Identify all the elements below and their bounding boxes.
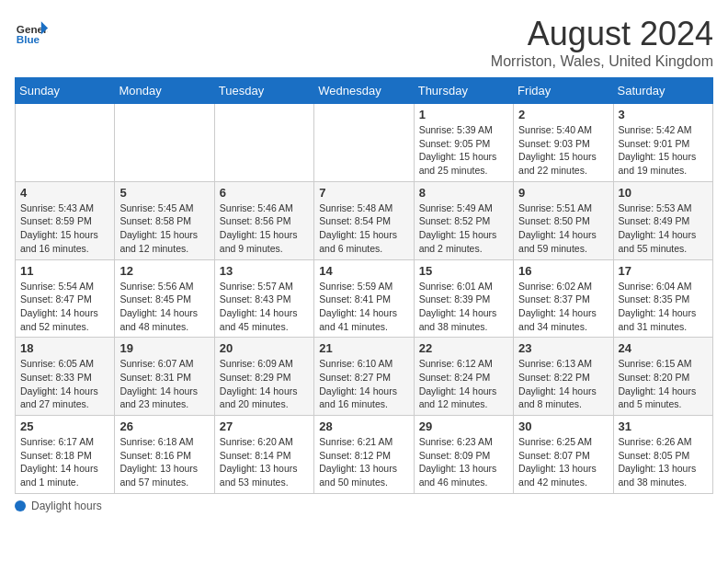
calendar-header-saturday: Saturday xyxy=(613,78,712,104)
day-number: 19 xyxy=(119,341,209,355)
calendar-cell: 25Sunrise: 6:17 AM Sunset: 8:18 PM Dayli… xyxy=(16,416,115,494)
calendar-cell: 11Sunrise: 5:54 AM Sunset: 8:47 PM Dayli… xyxy=(16,259,115,338)
calendar-week-row: 11Sunrise: 5:54 AM Sunset: 8:47 PM Dayli… xyxy=(16,259,713,338)
calendar-cell: 24Sunrise: 6:15 AM Sunset: 8:20 PM Dayli… xyxy=(613,338,712,416)
calendar-week-row: 4Sunrise: 5:43 AM Sunset: 8:59 PM Daylig… xyxy=(16,181,713,259)
calendar-header-monday: Monday xyxy=(115,78,214,104)
calendar-cell: 4Sunrise: 5:43 AM Sunset: 8:59 PM Daylig… xyxy=(16,181,115,259)
day-info: Sunrise: 5:43 AM Sunset: 8:59 PM Dayligh… xyxy=(20,201,109,256)
day-info: Sunrise: 5:56 AM Sunset: 8:45 PM Dayligh… xyxy=(119,280,209,334)
day-number: 20 xyxy=(220,341,309,355)
calendar-week-row: 25Sunrise: 6:17 AM Sunset: 8:18 PM Dayli… xyxy=(16,416,713,494)
calendar-header-tuesday: Tuesday xyxy=(214,78,313,104)
day-number: 2 xyxy=(518,108,608,121)
calendar-cell: 20Sunrise: 6:09 AM Sunset: 8:29 PM Dayli… xyxy=(214,338,313,416)
day-number: 16 xyxy=(518,264,608,278)
calendar-cell: 5Sunrise: 5:45 AM Sunset: 8:58 PM Daylig… xyxy=(115,181,214,259)
day-info: Sunrise: 6:05 AM Sunset: 8:33 PM Dayligh… xyxy=(20,357,109,411)
day-number: 7 xyxy=(319,186,408,200)
calendar-cell xyxy=(16,104,115,182)
day-number: 5 xyxy=(119,186,209,200)
calendar-cell: 10Sunrise: 5:53 AM Sunset: 8:49 PM Dayli… xyxy=(613,181,712,259)
calendar-week-row: 18Sunrise: 6:05 AM Sunset: 8:33 PM Dayli… xyxy=(16,338,713,416)
day-number: 3 xyxy=(619,108,708,121)
calendar-cell: 7Sunrise: 5:48 AM Sunset: 8:54 PM Daylig… xyxy=(314,181,414,259)
day-info: Sunrise: 5:48 AM Sunset: 8:54 PM Dayligh… xyxy=(319,201,408,256)
calendar-cell: 15Sunrise: 6:01 AM Sunset: 8:39 PM Dayli… xyxy=(414,259,513,338)
calendar-header-thursday: Thursday xyxy=(414,78,513,104)
calendar-cell: 27Sunrise: 6:20 AM Sunset: 8:14 PM Dayli… xyxy=(214,416,313,494)
day-info: Sunrise: 5:40 AM Sunset: 9:03 PM Dayligh… xyxy=(518,123,608,178)
day-info: Sunrise: 6:12 AM Sunset: 8:24 PM Dayligh… xyxy=(419,357,508,411)
day-info: Sunrise: 5:53 AM Sunset: 8:49 PM Dayligh… xyxy=(619,201,708,256)
day-number: 8 xyxy=(419,186,508,200)
page-header: General Blue August 2024 Morriston, Wale… xyxy=(15,15,713,70)
calendar-cell: 30Sunrise: 6:25 AM Sunset: 8:07 PM Dayli… xyxy=(514,416,613,494)
calendar-cell: 14Sunrise: 5:59 AM Sunset: 8:41 PM Dayli… xyxy=(314,259,414,338)
calendar-cell: 2Sunrise: 5:40 AM Sunset: 9:03 PM Daylig… xyxy=(514,104,613,182)
day-number: 9 xyxy=(518,186,608,200)
calendar-cell xyxy=(314,104,414,182)
calendar-cell: 6Sunrise: 5:46 AM Sunset: 8:56 PM Daylig… xyxy=(214,181,313,259)
calendar-cell xyxy=(214,104,313,182)
calendar-cell: 19Sunrise: 6:07 AM Sunset: 8:31 PM Dayli… xyxy=(115,338,214,416)
day-info: Sunrise: 6:21 AM Sunset: 8:12 PM Dayligh… xyxy=(319,435,408,489)
day-info: Sunrise: 6:10 AM Sunset: 8:27 PM Dayligh… xyxy=(319,357,408,411)
day-number: 22 xyxy=(419,341,508,355)
calendar-cell: 28Sunrise: 6:21 AM Sunset: 8:12 PM Dayli… xyxy=(314,416,414,494)
day-number: 30 xyxy=(518,419,608,433)
day-number: 10 xyxy=(619,186,708,200)
day-number: 27 xyxy=(220,419,309,433)
calendar-header-wednesday: Wednesday xyxy=(314,78,414,104)
calendar-cell: 13Sunrise: 5:57 AM Sunset: 8:43 PM Dayli… xyxy=(214,259,313,338)
day-number: 11 xyxy=(20,264,109,278)
calendar-cell: 12Sunrise: 5:56 AM Sunset: 8:45 PM Dayli… xyxy=(115,259,214,338)
day-number: 26 xyxy=(119,419,209,433)
calendar-footer: Daylight hours xyxy=(15,500,713,512)
day-info: Sunrise: 6:01 AM Sunset: 8:39 PM Dayligh… xyxy=(419,280,508,334)
calendar-cell: 26Sunrise: 6:18 AM Sunset: 8:16 PM Dayli… xyxy=(115,416,214,494)
day-number: 1 xyxy=(419,108,508,121)
footer-dot-icon xyxy=(15,500,26,511)
location-label: Morriston, Wales, United Kingdom xyxy=(491,53,713,70)
calendar-cell: 1Sunrise: 5:39 AM Sunset: 9:05 PM Daylig… xyxy=(414,104,513,182)
calendar-cell: 31Sunrise: 6:26 AM Sunset: 8:05 PM Dayli… xyxy=(613,416,712,494)
day-info: Sunrise: 6:02 AM Sunset: 8:37 PM Dayligh… xyxy=(518,280,608,334)
month-title: August 2024 xyxy=(491,15,713,53)
calendar-cell: 8Sunrise: 5:49 AM Sunset: 8:52 PM Daylig… xyxy=(414,181,513,259)
day-number: 29 xyxy=(419,419,508,433)
day-number: 14 xyxy=(319,264,408,278)
logo-icon: General Blue xyxy=(15,15,48,48)
calendar-table: SundayMondayTuesdayWednesdayThursdayFrid… xyxy=(15,77,713,494)
day-number: 24 xyxy=(619,341,708,355)
day-info: Sunrise: 6:26 AM Sunset: 8:05 PM Dayligh… xyxy=(619,435,708,489)
day-info: Sunrise: 6:17 AM Sunset: 8:18 PM Dayligh… xyxy=(20,435,109,489)
calendar-header-friday: Friday xyxy=(514,78,613,104)
calendar-cell: 23Sunrise: 6:13 AM Sunset: 8:22 PM Dayli… xyxy=(514,338,613,416)
day-info: Sunrise: 6:23 AM Sunset: 8:09 PM Dayligh… xyxy=(419,435,508,489)
day-info: Sunrise: 6:13 AM Sunset: 8:22 PM Dayligh… xyxy=(518,357,608,411)
calendar-cell: 3Sunrise: 5:42 AM Sunset: 9:01 PM Daylig… xyxy=(613,104,712,182)
day-number: 17 xyxy=(619,264,708,278)
day-info: Sunrise: 5:54 AM Sunset: 8:47 PM Dayligh… xyxy=(20,280,109,334)
day-info: Sunrise: 6:15 AM Sunset: 8:20 PM Dayligh… xyxy=(619,357,708,411)
calendar-cell: 16Sunrise: 6:02 AM Sunset: 8:37 PM Dayli… xyxy=(514,259,613,338)
calendar-week-row: 1Sunrise: 5:39 AM Sunset: 9:05 PM Daylig… xyxy=(16,104,713,182)
day-info: Sunrise: 5:59 AM Sunset: 8:41 PM Dayligh… xyxy=(319,280,408,334)
day-info: Sunrise: 6:25 AM Sunset: 8:07 PM Dayligh… xyxy=(518,435,608,489)
day-number: 28 xyxy=(319,419,408,433)
calendar-header-sunday: Sunday xyxy=(16,78,115,104)
calendar-cell: 29Sunrise: 6:23 AM Sunset: 8:09 PM Dayli… xyxy=(414,416,513,494)
calendar-cell: 9Sunrise: 5:51 AM Sunset: 8:50 PM Daylig… xyxy=(514,181,613,259)
calendar-header-row: SundayMondayTuesdayWednesdayThursdayFrid… xyxy=(16,78,713,104)
calendar-cell: 22Sunrise: 6:12 AM Sunset: 8:24 PM Dayli… xyxy=(414,338,513,416)
calendar-cell xyxy=(115,104,214,182)
day-number: 15 xyxy=(419,264,508,278)
day-info: Sunrise: 5:39 AM Sunset: 9:05 PM Dayligh… xyxy=(419,123,508,178)
day-number: 6 xyxy=(220,186,309,200)
day-number: 23 xyxy=(518,341,608,355)
day-info: Sunrise: 5:42 AM Sunset: 9:01 PM Dayligh… xyxy=(619,123,708,178)
calendar-cell: 17Sunrise: 6:04 AM Sunset: 8:35 PM Dayli… xyxy=(613,259,712,338)
day-info: Sunrise: 5:57 AM Sunset: 8:43 PM Dayligh… xyxy=(220,280,309,334)
svg-text:Blue: Blue xyxy=(17,33,40,45)
